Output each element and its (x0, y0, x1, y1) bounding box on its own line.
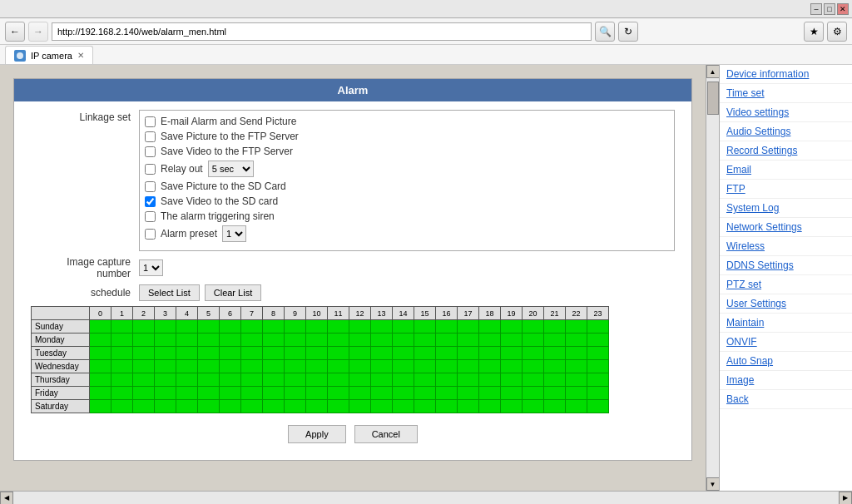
schedule-cell[interactable] (220, 334, 241, 347)
schedule-cell[interactable] (198, 400, 220, 413)
schedule-cell[interactable] (501, 400, 523, 413)
sidebar-item-auto-snap[interactable]: Auto Snap (720, 352, 852, 371)
schedule-cell[interactable] (155, 347, 176, 360)
minimize-btn[interactable]: – (810, 3, 822, 15)
sidebar-item-record-settings[interactable]: Record Settings (720, 141, 852, 161)
schedule-cell[interactable] (306, 360, 328, 373)
schedule-cell[interactable] (133, 387, 155, 400)
schedule-cell[interactable] (371, 373, 393, 387)
schedule-cell[interactable] (566, 334, 587, 347)
schedule-cell[interactable] (371, 400, 393, 413)
active-tab[interactable]: IP camera ✕ (5, 46, 93, 64)
schedule-cell[interactable] (523, 387, 544, 400)
sidebar-item-ddns-settings[interactable]: DDNS Settings (720, 256, 852, 275)
schedule-cell[interactable] (479, 334, 501, 347)
relay-select[interactable]: 5 sec 1 sec 2 sec 3 sec 10 sec (208, 161, 254, 177)
schedule-cell[interactable] (436, 334, 458, 347)
scroll-down-btn[interactable]: ▼ (706, 477, 720, 491)
schedule-cell[interactable] (479, 320, 501, 334)
schedule-cell[interactable] (349, 347, 371, 360)
schedule-cell[interactable] (263, 373, 285, 387)
schedule-cell[interactable] (501, 320, 523, 334)
sidebar-item-email[interactable]: Email (720, 161, 852, 180)
schedule-cell[interactable] (306, 387, 328, 400)
schedule-cell[interactable] (393, 373, 414, 387)
schedule-cell[interactable] (198, 347, 220, 360)
schedule-cell[interactable] (544, 347, 566, 360)
cancel-button[interactable]: Cancel (354, 425, 418, 443)
schedule-cell[interactable] (90, 400, 111, 413)
schedule-cell[interactable] (306, 373, 328, 387)
schedule-cell[interactable] (523, 400, 544, 413)
schedule-cell[interactable] (176, 387, 198, 400)
schedule-cell[interactable] (349, 334, 371, 347)
schedule-cell[interactable] (436, 387, 458, 400)
schedule-cell[interactable] (111, 360, 133, 373)
schedule-cell[interactable] (566, 400, 587, 413)
schedule-cell[interactable] (414, 320, 436, 334)
schedule-cell[interactable] (155, 400, 176, 413)
schedule-cell[interactable] (328, 373, 349, 387)
schedule-cell[interactable] (566, 320, 587, 334)
schedule-cell[interactable] (393, 387, 414, 400)
maximize-btn[interactable]: □ (824, 3, 835, 15)
sidebar-item-ftp[interactable]: FTP (720, 180, 852, 199)
schedule-cell[interactable] (306, 400, 328, 413)
scroll-h-track[interactable] (13, 492, 839, 504)
schedule-cell[interactable] (458, 400, 479, 413)
schedule-cell[interactable] (587, 347, 609, 360)
schedule-cell[interactable] (393, 347, 414, 360)
close-btn[interactable]: ✕ (837, 3, 849, 15)
schedule-cell[interactable] (479, 400, 501, 413)
search-btn[interactable]: 🔍 (595, 22, 615, 42)
schedule-cell[interactable] (371, 334, 393, 347)
schedule-cell[interactable] (349, 400, 371, 413)
schedule-cell[interactable] (220, 400, 241, 413)
schedule-cell[interactable] (133, 334, 155, 347)
tools-btn[interactable]: ⚙ (827, 22, 847, 42)
schedule-cell[interactable] (544, 373, 566, 387)
schedule-cell[interactable] (111, 347, 133, 360)
schedule-cell[interactable] (133, 360, 155, 373)
schedule-cell[interactable] (328, 347, 349, 360)
schedule-cell[interactable] (587, 373, 609, 387)
schedule-cell[interactable] (414, 400, 436, 413)
schedule-cell[interactable] (133, 320, 155, 334)
schedule-cell[interactable] (285, 347, 306, 360)
schedule-cell[interactable] (263, 387, 285, 400)
schedule-cell[interactable] (587, 387, 609, 400)
vertical-scrollbar[interactable]: ▲ ▼ (706, 65, 719, 491)
schedule-cell[interactable] (220, 347, 241, 360)
schedule-cell[interactable] (285, 400, 306, 413)
schedule-cell[interactable] (436, 373, 458, 387)
sidebar-item-maintain[interactable]: Maintain (720, 314, 852, 333)
schedule-cell[interactable] (328, 387, 349, 400)
page-scroll[interactable]: Alarm Linkage set E-mail Alarm (0, 65, 706, 491)
schedule-cell[interactable] (176, 360, 198, 373)
schedule-cell[interactable] (133, 347, 155, 360)
schedule-cell[interactable] (501, 334, 523, 347)
schedule-cell[interactable] (263, 360, 285, 373)
schedule-cell[interactable] (349, 360, 371, 373)
siren-checkbox[interactable] (145, 211, 156, 222)
schedule-cell[interactable] (241, 347, 263, 360)
schedule-cell[interactable] (241, 387, 263, 400)
schedule-cell[interactable] (544, 320, 566, 334)
sidebar-item-image[interactable]: Image (720, 371, 852, 390)
schedule-cell[interactable] (393, 334, 414, 347)
schedule-cell[interactable] (90, 347, 111, 360)
sidebar-item-device-information[interactable]: Device information (720, 65, 852, 84)
schedule-cell[interactable] (263, 334, 285, 347)
alarm-preset-select[interactable]: 1 2 3 4 5 (222, 225, 246, 242)
schedule-cell[interactable] (285, 360, 306, 373)
sidebar-item-network-settings[interactable]: Network Settings (720, 218, 852, 237)
schedule-cell[interactable] (414, 373, 436, 387)
schedule-cell[interactable] (587, 334, 609, 347)
schedule-cell[interactable] (155, 334, 176, 347)
schedule-cell[interactable] (241, 373, 263, 387)
schedule-cell[interactable] (285, 320, 306, 334)
schedule-cell[interactable] (133, 373, 155, 387)
schedule-cell[interactable] (241, 320, 263, 334)
schedule-cell[interactable] (90, 387, 111, 400)
schedule-cell[interactable] (523, 347, 544, 360)
